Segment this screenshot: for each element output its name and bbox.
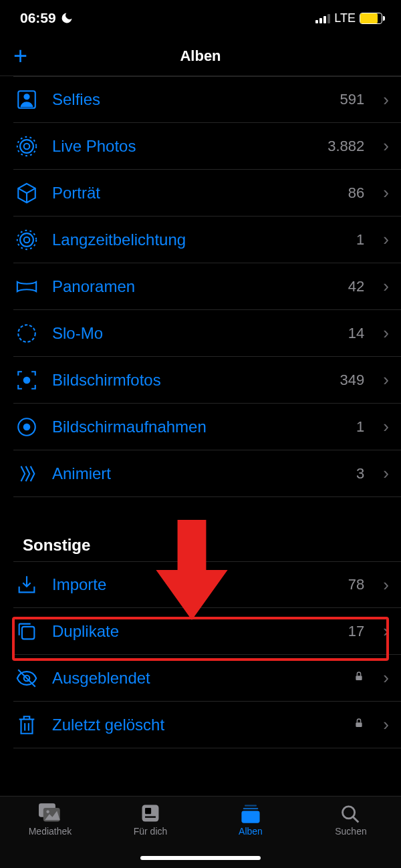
row-count: 1 (356, 231, 364, 249)
album-row-slomo[interactable]: Slo-Mo 14 › (0, 310, 401, 357)
network-label: LTE (334, 11, 356, 25)
svg-point-9 (24, 377, 30, 383)
svg-rect-23 (145, 808, 151, 814)
albums-icon (239, 803, 262, 823)
album-row-duplicates[interactable]: Duplikate 17 › (0, 608, 401, 655)
row-count: 591 (340, 91, 365, 108)
svg-rect-24 (145, 817, 156, 818)
row-label: Zuletzt gelöscht (52, 716, 342, 734)
screenshot-icon (13, 369, 40, 392)
status-left: 06:59 (20, 10, 74, 26)
album-row-recently-deleted[interactable]: Zuletzt gelöscht › (0, 702, 401, 748)
svg-point-6 (20, 233, 33, 247)
chevron-right-icon: › (383, 323, 389, 343)
other-list: Importe 78 › Duplikate 17 › Ausgeblendet… (0, 561, 401, 748)
svg-point-3 (20, 140, 33, 153)
row-label: Duplikate (52, 622, 336, 641)
chevron-right-icon: › (383, 668, 389, 688)
do-not-disturb-icon (60, 11, 74, 25)
status-right: LTE (315, 11, 382, 25)
status-bar: 06:59 LTE (0, 0, 401, 36)
media-types-list: Selfies 591 › Live Photos 3.882 › Porträ… (0, 76, 401, 497)
album-row-selfies[interactable]: Selfies 591 › (0, 76, 401, 123)
hidden-icon (13, 667, 40, 690)
cube-icon (13, 182, 40, 204)
row-count: 1 (356, 418, 364, 436)
row-count: 17 (348, 623, 364, 640)
row-label: Bildschirmaufnahmen (52, 418, 344, 436)
chevron-right-icon: › (383, 463, 389, 484)
row-label: Live Photos (52, 137, 315, 156)
row-label: Panoramen (52, 277, 336, 296)
signal-icon (315, 13, 330, 23)
svg-point-11 (24, 424, 30, 430)
row-count: 42 (348, 278, 364, 295)
chevron-right-icon: › (383, 575, 389, 595)
album-row-screenshots[interactable]: Bildschirmfotos 349 › (0, 357, 401, 404)
add-button[interactable]: + (13, 44, 27, 68)
row-label: Slo-Mo (52, 324, 336, 343)
battery-icon (360, 13, 382, 24)
nav-title: Alben (180, 47, 221, 65)
svg-point-8 (18, 325, 35, 342)
chevron-right-icon: › (383, 714, 389, 735)
selfies-icon (13, 88, 40, 111)
album-row-long-exposure[interactable]: Langzeitbelichtung 1 › (0, 216, 401, 263)
panorama-icon (13, 275, 40, 298)
svg-rect-26 (243, 808, 259, 809)
chevron-right-icon: › (383, 182, 389, 203)
svg-line-29 (353, 817, 358, 823)
long-exposure-icon (13, 229, 40, 251)
svg-rect-25 (245, 805, 257, 807)
trash-icon (13, 714, 40, 736)
chevron-right-icon: › (383, 276, 389, 297)
tab-library[interactable]: Mediathek (10, 803, 90, 837)
chevron-right-icon: › (383, 621, 389, 641)
lock-icon (354, 717, 364, 732)
tab-for-you[interactable]: Für dich (110, 803, 190, 837)
row-label: Selfies (52, 90, 328, 109)
svg-point-5 (24, 237, 30, 243)
row-label: Importe (52, 575, 336, 594)
chevron-right-icon: › (383, 229, 389, 250)
chevron-right-icon: › (383, 136, 389, 156)
chevron-right-icon: › (383, 90, 389, 110)
svg-rect-12 (22, 626, 34, 638)
tab-label: Alben (239, 826, 263, 837)
recording-icon (13, 416, 40, 438)
row-count: 349 (340, 372, 365, 389)
album-row-imports[interactable]: Importe 78 › (0, 561, 401, 608)
row-label: Ausgeblendet (52, 669, 342, 688)
svg-point-2 (24, 143, 30, 149)
album-row-panoramas[interactable]: Panoramen 42 › (0, 263, 401, 310)
tab-label: Für dich (134, 826, 168, 837)
svg-point-28 (343, 807, 355, 819)
for-you-icon (139, 803, 162, 823)
row-label: Animiert (52, 464, 344, 483)
status-time: 06:59 (20, 10, 56, 26)
album-row-animated[interactable]: Animiert 3 › (0, 450, 401, 497)
album-row-portrait[interactable]: Porträt 86 › (0, 170, 401, 216)
row-label: Porträt (52, 184, 336, 202)
home-indicator[interactable] (140, 856, 261, 860)
svg-rect-18 (356, 722, 362, 727)
tab-label: Mediathek (29, 826, 72, 837)
row-count: 3 (356, 465, 364, 482)
animated-icon (13, 462, 40, 485)
svg-rect-27 (241, 811, 259, 823)
library-icon (39, 803, 61, 823)
tab-search[interactable]: Suchen (311, 803, 391, 837)
row-count: 86 (348, 184, 364, 202)
lock-icon (354, 670, 364, 686)
live-photos-icon (13, 135, 40, 158)
album-row-screen-recordings[interactable]: Bildschirmaufnahmen 1 › (0, 404, 401, 450)
slomo-icon (13, 322, 40, 345)
nav-bar: + Alben (0, 36, 401, 76)
svg-point-1 (24, 94, 29, 99)
album-row-hidden[interactable]: Ausgeblendet › (0, 655, 401, 702)
row-label: Langzeitbelichtung (52, 231, 344, 249)
row-count: 3.882 (327, 138, 364, 155)
tab-albums[interactable]: Alben (211, 803, 291, 837)
album-row-live-photos[interactable]: Live Photos 3.882 › (0, 123, 401, 170)
section-title-other: Sonstige (0, 497, 401, 561)
